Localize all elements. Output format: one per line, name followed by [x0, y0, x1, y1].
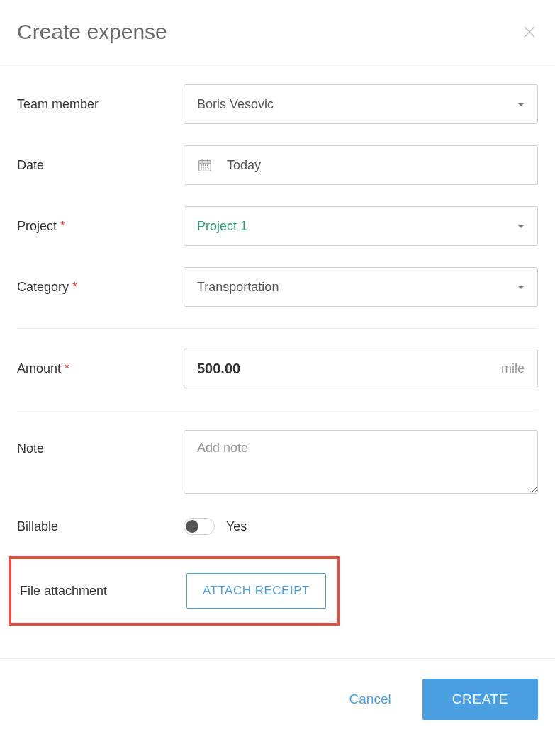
category-value: Transportation — [197, 280, 279, 295]
team-member-dropdown[interactable]: Boris Vesovic — [184, 84, 538, 124]
calendar-icon — [197, 157, 213, 173]
svg-rect-2 — [199, 161, 211, 171]
svg-point-9 — [207, 165, 208, 166]
svg-point-13 — [207, 167, 208, 167]
amount-input[interactable]: 500.00 mile — [184, 349, 538, 388]
svg-point-15 — [203, 169, 204, 169]
divider — [17, 328, 538, 329]
svg-point-14 — [201, 169, 202, 169]
required-marker: * — [60, 219, 65, 233]
team-member-label: Team member — [17, 97, 184, 112]
attach-receipt-button[interactable]: ATTACH RECEIPT — [186, 573, 326, 609]
category-dropdown[interactable]: Transportation — [184, 267, 538, 307]
amount-value: 500.00 — [197, 361, 240, 377]
svg-point-6 — [201, 165, 202, 166]
file-attachment-highlight: File attachment ATTACH RECEIPT — [9, 556, 340, 626]
cancel-button[interactable]: Cancel — [349, 692, 391, 707]
file-attachment-label: File attachment — [14, 584, 186, 599]
project-value: Project 1 — [197, 219, 247, 234]
close-icon[interactable] — [521, 23, 538, 40]
chevron-down-icon — [517, 225, 525, 228]
svg-point-12 — [205, 167, 206, 167]
svg-point-8 — [205, 165, 206, 166]
svg-point-11 — [203, 167, 204, 167]
date-value: Today — [227, 158, 261, 173]
dialog-title: Create expense — [17, 20, 167, 44]
chevron-down-icon — [517, 286, 525, 289]
required-marker: * — [65, 361, 69, 376]
team-member-value: Boris Vesovic — [197, 97, 274, 112]
required-marker: * — [72, 280, 77, 294]
billable-value-label: Yes — [226, 519, 247, 534]
billable-toggle[interactable] — [184, 518, 215, 535]
category-label: Category * — [17, 280, 184, 295]
date-label: Date — [17, 158, 184, 173]
svg-point-10 — [201, 167, 202, 167]
date-input[interactable]: Today — [184, 145, 538, 185]
create-button[interactable]: CREATE — [422, 679, 538, 720]
chevron-down-icon — [517, 103, 525, 106]
amount-label: Amount * — [17, 361, 184, 376]
note-textarea[interactable] — [184, 430, 538, 494]
project-dropdown[interactable]: Project 1 — [184, 206, 538, 246]
project-label: Project * — [17, 219, 184, 234]
toggle-knob — [186, 520, 198, 533]
note-label: Note — [17, 430, 184, 456]
billable-label: Billable — [17, 519, 184, 534]
svg-point-7 — [203, 165, 204, 166]
amount-unit: mile — [501, 361, 525, 376]
divider — [17, 410, 538, 410]
svg-point-16 — [205, 169, 206, 169]
